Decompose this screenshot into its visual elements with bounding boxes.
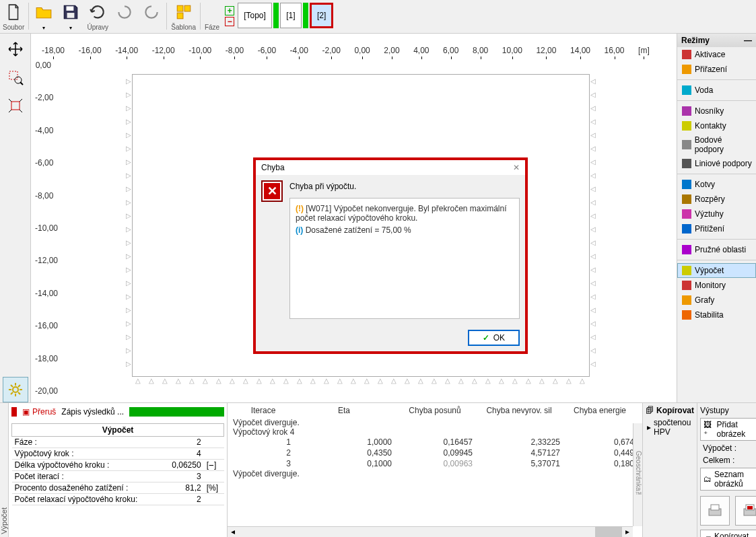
mode-item-voda[interactable]: Voda <box>677 83 756 98</box>
mode-icon <box>681 179 692 190</box>
new-file-icon[interactable] <box>3 1 24 23</box>
mode-item-liniové-podpory[interactable]: Liniové podpory <box>677 156 756 171</box>
remove-phase-button[interactable]: − <box>225 17 234 26</box>
mode-item-přitížení[interactable]: Přitížení <box>677 221 756 236</box>
mode-item-pružné-oblasti[interactable]: Pružné oblasti <box>677 242 756 257</box>
mode-item-aktivace[interactable]: Aktivace <box>677 47 756 62</box>
iter-row: 20,43500,099454,571270,449 <box>233 448 637 458</box>
check-icon: ✓ <box>483 333 489 343</box>
svg-rect-20 <box>682 224 691 234</box>
svg-rect-13 <box>682 106 691 116</box>
undo-icon[interactable] <box>87 1 108 23</box>
mode-icon <box>681 310 692 320</box>
mode-item-grafy[interactable]: Grafy <box>677 293 756 308</box>
mode-icon <box>681 49 692 60</box>
svg-rect-11 <box>682 65 691 74</box>
phase-tab-2[interactable]: [2] <box>310 3 333 28</box>
svg-rect-18 <box>682 194 691 204</box>
left-toolbox <box>0 34 31 402</box>
minimize-icon[interactable]: — <box>744 36 752 45</box>
svg-rect-27 <box>711 505 719 510</box>
bottom-tab-label[interactable]: Výpočet <box>0 505 8 537</box>
mode-icon <box>681 244 692 255</box>
template-icon[interactable] <box>173 1 195 23</box>
mode-icon <box>681 120 692 131</box>
svg-rect-16 <box>682 159 691 168</box>
calc-summary-panel: ▣ Přeruš Zápis výsledků ... Výpočet Fáze… <box>9 403 228 537</box>
copy-icon: 🗐 <box>646 406 654 415</box>
phase-status-1 <box>273 3 279 28</box>
outputs-panel: Výstupy 🖼⁺Přidat obrázek Výpočet :4 Celk… <box>697 403 756 537</box>
clipboard-label: Geoschránka™ <box>633 423 642 526</box>
dialog-title: Chyba <box>261 163 285 172</box>
info-icon: (i) <box>296 225 303 235</box>
phase-status-2 <box>303 3 308 28</box>
redo-step-icon[interactable] <box>141 1 162 23</box>
fit-tool-icon[interactable] <box>3 93 28 118</box>
settings-tool-icon[interactable] <box>3 377 28 402</box>
image-list-button[interactable]: 🗂Seznam obrázků <box>700 468 756 491</box>
mode-item-rozpěry[interactable]: Rozpěry <box>677 192 756 207</box>
dialog-ok-button[interactable]: ✓OK <box>468 330 520 346</box>
mode-item-výztuhy[interactable]: Výztuhy <box>677 207 756 221</box>
mode-item-výpočet[interactable]: Výpočet <box>677 263 756 278</box>
calc-table-title: Výpočet <box>12 424 224 437</box>
print-button-1[interactable] <box>700 496 730 526</box>
phase-tab-topo[interactable]: [Topo] <box>238 3 272 28</box>
vertical-ruler: 0,00-2,00-4,00-6,00-8,00-10,00-12,00-14,… <box>35 61 55 396</box>
move-tool-icon[interactable] <box>3 36 28 62</box>
svg-rect-25 <box>682 310 691 320</box>
error-dialog: Chyba✕ ✕ Chyba při výpočtu. (!) [W071] V… <box>253 157 528 354</box>
horizontal-ruler: -18,00-16,00-14,00-12,00-10,00-8,00-6,00… <box>31 46 677 59</box>
add-phase-button[interactable]: + <box>225 6 234 15</box>
horizontal-scrollbar[interactable]: ◂▸ <box>228 526 633 537</box>
mode-icon <box>681 223 692 234</box>
copy-panel: 🗐Kopírovat ▸ spočtenou HPV <box>642 403 697 537</box>
dialog-close-icon[interactable]: ✕ <box>513 163 520 172</box>
svg-rect-1 <box>67 13 75 18</box>
svg-rect-17 <box>682 180 691 189</box>
print-button-2[interactable] <box>735 496 756 526</box>
svg-rect-23 <box>682 281 691 290</box>
svg-rect-0 <box>67 6 74 10</box>
menu-faze: Fáze <box>205 24 219 31</box>
open-file-icon[interactable] <box>33 1 55 23</box>
copy-view-button[interactable]: 🗐Kopírovat pohled <box>700 530 756 537</box>
svg-rect-8 <box>11 102 20 110</box>
warning-icon: (!) <box>296 204 304 213</box>
menu-upravy[interactable]: Úpravy <box>87 24 108 31</box>
mode-item-monitory[interactable]: Monitory <box>677 278 756 293</box>
svg-rect-21 <box>682 245 691 254</box>
mode-item-nosníky[interactable]: Nosníky <box>677 104 756 118</box>
dialog-heading: Chyba při výpočtu. <box>289 180 520 194</box>
outputs-title: Výstupy <box>700 406 756 417</box>
error-icon: ✕ <box>261 180 283 202</box>
mode-icon <box>681 295 692 306</box>
mode-item-kotvy[interactable]: Kotvy <box>677 177 756 192</box>
mode-item-kontakty[interactable]: Kontakty <box>677 118 756 133</box>
save-icon[interactable] <box>60 1 81 23</box>
calc-row: Počet iterací :3 <box>12 471 224 482</box>
undo-step-icon[interactable] <box>114 1 135 23</box>
svg-rect-14 <box>682 121 691 131</box>
menu-soubor[interactable]: Soubor <box>3 24 24 31</box>
mode-item-bodové-podpory[interactable]: Bodové podpory <box>677 133 756 156</box>
mode-icon <box>681 64 692 75</box>
mode-icon <box>681 194 692 205</box>
phase-tab-1[interactable]: [1] <box>280 3 302 28</box>
calc-row: Procento dosaženého zatížení :81,2[%] <box>12 482 224 494</box>
calc-row: Výpočtový krok :4 <box>12 448 224 460</box>
mode-item-stabilita[interactable]: Stabilita <box>677 308 756 322</box>
menu-sablona[interactable]: Šablona <box>171 24 196 31</box>
list-icon: 🗂 <box>703 474 712 484</box>
add-image-button[interactable]: 🖼⁺Přidat obrázek <box>700 418 756 441</box>
interrupt-button[interactable]: ▣ Přeruš <box>22 407 56 417</box>
add-image-icon: 🖼⁺ <box>703 420 714 439</box>
main-toolbar: Soubor ▾ ▾ Úpravy Šablona Fáze + − [Topo… <box>0 0 756 34</box>
copy-hpv-button[interactable]: ▸ spočtenou HPV <box>646 415 694 439</box>
zoom-tool-icon[interactable] <box>3 65 28 90</box>
iter-row: 30,10000,009635,370710,180 <box>233 458 637 469</box>
mode-item-přiřazení[interactable]: Přiřazení <box>677 62 756 77</box>
mode-icon <box>681 265 692 276</box>
iteration-panel: IteraceEtaChyba posunůChyba nevyrov. sil… <box>228 403 642 537</box>
